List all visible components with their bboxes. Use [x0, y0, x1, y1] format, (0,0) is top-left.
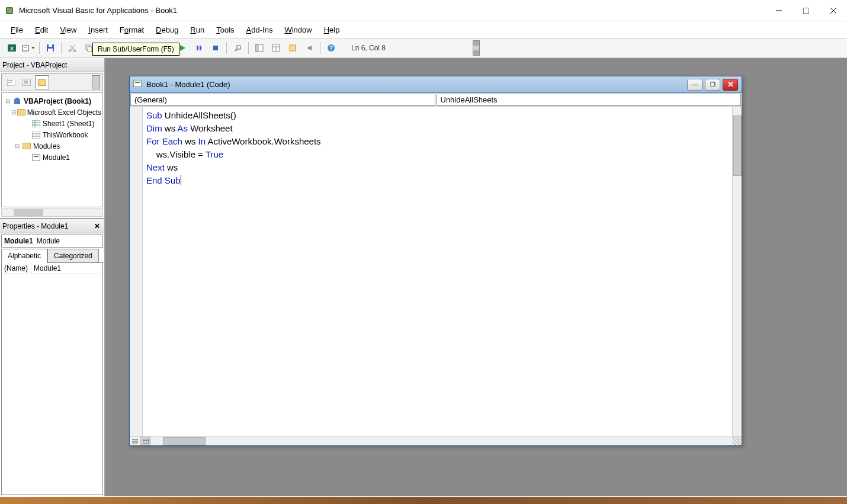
- properties-close-button[interactable]: ✕: [92, 221, 102, 231]
- properties-grid[interactable]: (Name) Module1: [1, 262, 103, 495]
- menu-help[interactable]: Help: [318, 23, 346, 37]
- svg-rect-44: [32, 131, 40, 139]
- svg-rect-21: [197, 46, 198, 50]
- cut-button[interactable]: [65, 41, 79, 55]
- svg-rect-12: [48, 49, 53, 52]
- reset-button[interactable]: [208, 41, 223, 55]
- tree-thisworkbook[interactable]: ThisWorkbook: [3, 129, 101, 140]
- view-object-button[interactable]: [20, 75, 34, 89]
- tab-categorized[interactable]: Categorized: [47, 249, 99, 263]
- object-browser-button[interactable]: [285, 41, 300, 55]
- module-icon: [133, 80, 143, 89]
- code-vscroll[interactable]: [732, 107, 742, 436]
- text-cursor: [181, 175, 181, 185]
- design-mode-button[interactable]: [230, 41, 245, 55]
- svg-rect-23: [213, 46, 218, 50]
- code-close-button[interactable]: ✕: [723, 79, 738, 91]
- svg-rect-16: [88, 47, 92, 52]
- project-scroll-button[interactable]: [92, 75, 100, 89]
- code-minimize-button[interactable]: —: [687, 79, 702, 91]
- svg-rect-40: [32, 120, 40, 127]
- procedure-combo[interactable]: UnhideAllSheets: [437, 94, 742, 106]
- project-explorer-panel: Project - VBAProject ⊟VBAProject (Book1)…: [0, 58, 104, 219]
- project-panel-header: Project - VBAProject: [0, 58, 104, 72]
- tab-alphabetic[interactable]: Alphabetic: [1, 249, 47, 263]
- window-title: Microsoft Visual Basic for Applications …: [19, 6, 765, 15]
- resize-grip[interactable]: [732, 436, 742, 445]
- properties-panel-title: Properties - Module1: [2, 222, 68, 230]
- tree-modules-folder[interactable]: ⊟Modules: [3, 140, 101, 152]
- project-tree[interactable]: ⊟VBAProject (Book1) ⊟Microsoft Excel Obj…: [1, 92, 103, 207]
- save-button[interactable]: [43, 41, 57, 55]
- code-window-titlebar[interactable]: Book1 - Module1 (Code) — ❐ ✕: [130, 76, 742, 93]
- property-value[interactable]: Module1: [31, 263, 102, 274]
- menu-format[interactable]: Format: [114, 23, 150, 37]
- tooltip: Run Sub/UserForm (F5): [92, 43, 179, 56]
- view-excel-button[interactable]: X: [5, 41, 19, 55]
- properties-window-button[interactable]: [269, 41, 283, 55]
- procedure-view-button[interactable]: [130, 436, 140, 445]
- insert-module-button[interactable]: [21, 41, 36, 55]
- properties-object-combo[interactable]: Module1Module: [1, 235, 103, 248]
- mdi-client-area: Book1 - Module1 (Code) — ❐ ✕ (General) U…: [105, 58, 847, 496]
- project-toolbar: [1, 73, 103, 91]
- minimize-button[interactable]: [765, 0, 793, 21]
- tree-excel-objects[interactable]: ⊟Microsoft Excel Objects: [3, 107, 101, 118]
- toggle-folders-button[interactable]: [35, 75, 49, 89]
- code-window-title: Book1 - Module1 (Code): [146, 80, 685, 89]
- menu-debug[interactable]: Debug: [150, 23, 184, 37]
- svg-rect-1: [7, 8, 12, 13]
- code-dropdowns: (General) UnhideAllSheets: [130, 93, 742, 107]
- toolbox-button[interactable]: [302, 41, 316, 55]
- full-module-view-button[interactable]: [140, 436, 151, 445]
- bottom-decoration: [0, 497, 847, 504]
- tree-root[interactable]: ⊟VBAProject (Book1): [3, 95, 101, 107]
- code-window: Book1 - Module1 (Code) — ❐ ✕ (General) U…: [129, 76, 742, 446]
- project-panel-title: Project - VBAProject: [2, 61, 67, 69]
- menu-view[interactable]: View: [54, 23, 82, 37]
- svg-rect-38: [14, 99, 20, 104]
- code-editor[interactable]: Sub UnhideAllSheets() Dim ws As Workshee…: [143, 107, 732, 436]
- code-body: Sub UnhideAllSheets() Dim ws As Workshee…: [130, 107, 742, 436]
- tree-module1[interactable]: Module1: [3, 152, 101, 163]
- svg-rect-30: [290, 45, 296, 51]
- help-button[interactable]: ?: [324, 41, 338, 55]
- object-combo[interactable]: (General): [130, 94, 435, 106]
- titlebar: Microsoft Visual Basic for Applications …: [0, 0, 847, 21]
- svg-text:X: X: [10, 46, 14, 52]
- sidebar: Project - VBAProject ⊟VBAProject (Book1)…: [0, 58, 105, 496]
- code-margin[interactable]: [130, 107, 143, 436]
- svg-text:?: ?: [329, 45, 333, 52]
- menu-window[interactable]: Window: [278, 23, 317, 37]
- menu-insert[interactable]: Insert: [82, 23, 114, 37]
- close-button[interactable]: [820, 0, 847, 21]
- menu-run[interactable]: Run: [184, 23, 210, 37]
- code-maximize-button[interactable]: ❐: [705, 79, 720, 91]
- main-area: Project - VBAProject ⊟VBAProject (Book1)…: [0, 58, 847, 496]
- menu-file[interactable]: File: [5, 23, 29, 37]
- menu-tools[interactable]: Tools: [210, 23, 240, 37]
- app-icon: [5, 6, 14, 15]
- svg-rect-11: [49, 44, 52, 47]
- properties-panel: Properties - Module1 ✕ Module1Module Alp…: [0, 219, 104, 496]
- toolbar-overflow[interactable]: [473, 40, 480, 56]
- project-hscroll[interactable]: [1, 208, 103, 217]
- project-explorer-button[interactable]: [252, 41, 267, 55]
- code-footer: [130, 436, 742, 445]
- svg-rect-39: [15, 98, 19, 99]
- svg-rect-24: [237, 46, 240, 49]
- break-button[interactable]: [192, 41, 206, 55]
- svg-rect-37: [24, 81, 28, 84]
- tree-sheet1[interactable]: Sheet1 (Sheet1): [3, 118, 101, 129]
- menu-addins[interactable]: Add-Ins: [240, 23, 279, 37]
- properties-panel-header: Properties - Module1 ✕: [0, 219, 104, 233]
- property-row[interactable]: (Name) Module1: [2, 263, 102, 274]
- menubar: File Edit View Insert Format Debug Run T…: [0, 21, 847, 38]
- menu-edit[interactable]: Edit: [29, 23, 54, 37]
- maximize-button[interactable]: [793, 0, 820, 21]
- view-code-button[interactable]: [4, 75, 18, 89]
- svg-rect-50: [143, 439, 149, 444]
- code-hscroll[interactable]: [151, 436, 732, 445]
- window-controls: [765, 0, 847, 21]
- cursor-position: Ln 6, Col 8: [351, 44, 386, 52]
